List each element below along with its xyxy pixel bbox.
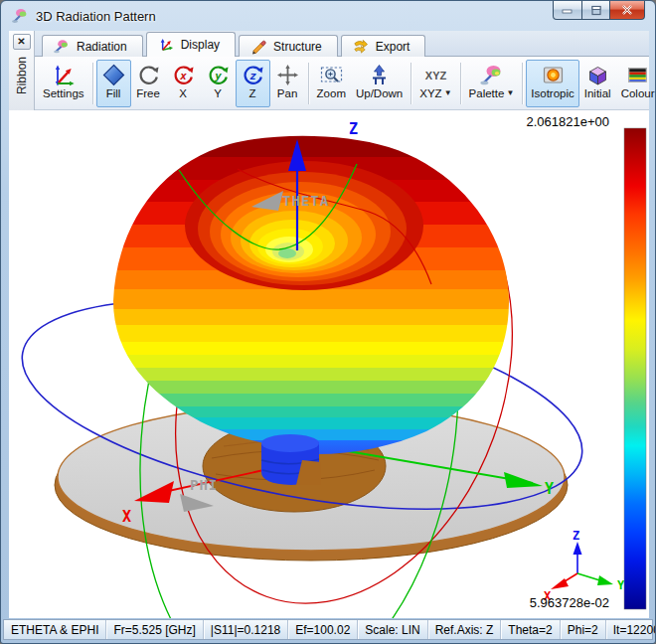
tab-label: Radiation <box>77 40 127 54</box>
palette-button[interactable]: Palette▼ <box>464 60 520 107</box>
mini-z-label: Z <box>573 529 579 543</box>
isotropic-icon <box>541 63 566 87</box>
tab-structure[interactable]: Structure <box>239 35 338 57</box>
xyz-icon: XYZ <box>423 63 448 87</box>
pattern-bottom-lobe <box>261 434 321 485</box>
pan-button[interactable]: Pan <box>270 60 305 107</box>
status-efficiency: Ef=100.02 <box>288 620 358 639</box>
maximize-icon <box>590 5 602 16</box>
status-frequency: Fr=5.525 [GHz] <box>106 620 203 639</box>
button-label: Colour <box>621 87 655 99</box>
button-label: Fill <box>106 87 121 99</box>
toolbar-separator <box>522 63 523 104</box>
rotate-y-button[interactable]: y Y <box>201 60 236 107</box>
toolbar-separator <box>460 63 461 104</box>
structure-tab-icon <box>249 38 266 55</box>
button-label: Pan <box>277 87 297 99</box>
status-field: ETHETA & EPHI <box>4 620 106 639</box>
status-bar: ETHETA & EPHI Fr=5.525 [GHz] |S11|=0.121… <box>3 619 653 640</box>
radiation-3d-viewport[interactable]: Z X Y THETA PHI Z X Y <box>9 110 649 618</box>
pan-icon <box>275 63 300 87</box>
tab-display[interactable]: Display <box>146 32 236 57</box>
initial-button[interactable]: Initial <box>579 60 616 107</box>
color-scale-bar <box>624 128 646 609</box>
button-label: Isotropic <box>531 87 574 99</box>
svg-text:x: x <box>179 70 187 82</box>
rotate-x-icon: x <box>171 63 196 87</box>
toolbar-separator <box>410 63 411 104</box>
settings-icon <box>51 63 76 87</box>
settings-button[interactable]: Settings <box>38 60 89 107</box>
free-rotate-button[interactable]: Free <box>131 60 166 107</box>
close-button[interactable] <box>610 1 645 20</box>
rotate-x-button[interactable]: x X <box>166 60 201 107</box>
status-s11: |S11|=0.1218 <box>204 620 288 639</box>
ribbon-vertical-label[interactable]: Ribbon <box>15 57 29 94</box>
tab-label: Structure <box>273 40 322 54</box>
status-phi-step: Phi=2 <box>561 620 606 639</box>
dropdown-arrow-icon: ▼ <box>444 89 452 97</box>
toolbar-separator <box>92 63 93 104</box>
initial-icon <box>585 63 610 87</box>
fill-button[interactable]: Fill <box>96 60 131 107</box>
minimize-button[interactable] <box>553 1 582 20</box>
tab-label: Export <box>376 40 410 54</box>
colour-icon <box>625 63 650 87</box>
status-theta-step: Theta=2 <box>501 620 560 639</box>
button-label: Initial <box>584 87 611 99</box>
fill-icon <box>101 63 126 87</box>
tab-strip: Radiation Display St <box>35 31 649 57</box>
button-label: Up/Down <box>356 87 403 99</box>
free-rotate-icon <box>136 63 161 87</box>
status-scale: Scale: LIN <box>358 620 427 639</box>
updown-button[interactable]: Up/Down <box>351 60 408 107</box>
button-label: XYZ▼ <box>419 87 451 99</box>
button-label: Y <box>214 87 222 99</box>
ribbon-close-button[interactable]: ✕ <box>13 34 31 50</box>
tab-radiation[interactable]: Radiation <box>42 35 143 57</box>
updown-icon <box>367 63 392 87</box>
phi-label: PHI <box>190 477 218 493</box>
button-label: Palette▼ <box>469 87 515 99</box>
maximize-button[interactable] <box>582 1 610 20</box>
scale-min-value: 5.963728e-02 <box>530 595 609 610</box>
button-label: Settings <box>43 87 84 99</box>
x-axis-label: X <box>122 508 131 526</box>
ribbon-zone: ✕ Ribbon Radiation <box>9 31 649 110</box>
app-window: 3D Radiation Pattern ✕ Ribbon <box>0 0 656 644</box>
mini-axes: Z X Y <box>544 529 625 603</box>
colour-button[interactable]: Colour <box>616 60 656 107</box>
button-label: Z <box>249 87 256 99</box>
ribbon-main: Radiation Display St <box>35 31 649 110</box>
palette-icon <box>479 63 504 87</box>
tab-label: Display <box>181 38 220 52</box>
zoom-button[interactable]: Zoom <box>312 60 351 107</box>
button-label: Zoom <box>317 87 346 99</box>
minimize-icon <box>562 6 574 15</box>
tab-export[interactable]: Export <box>341 35 426 57</box>
display-tab-icon <box>157 37 174 54</box>
export-tab-icon <box>352 38 369 55</box>
button-label: Free <box>136 87 160 99</box>
ribbon-side-tab: ✕ Ribbon <box>9 31 35 110</box>
rotate-z-icon: z <box>241 63 265 87</box>
toolbar-separator <box>308 63 309 104</box>
radiation-scene: Z X Y THETA PHI Z X Y <box>9 110 649 618</box>
dropdown-arrow-icon: ▼ <box>506 89 514 97</box>
svg-text:XYZ: XYZ <box>425 70 447 81</box>
window-controls <box>553 1 645 20</box>
app-icon <box>11 7 29 25</box>
display-toolbar: Settings Fill Free <box>35 57 649 110</box>
rotate-y-icon: y <box>206 63 231 87</box>
theta-label: THETA <box>282 193 329 209</box>
z-axis-label: Z <box>349 120 358 138</box>
status-ref-axis: Ref.Axis: Z <box>428 620 502 639</box>
svg-text:y: y <box>214 70 222 82</box>
status-iterations: It=12200 <box>606 620 656 639</box>
close-icon <box>621 5 633 15</box>
xyz-view-button[interactable]: XYZ XYZ▼ <box>414 60 456 107</box>
isotropic-button[interactable]: Isotropic <box>526 60 578 107</box>
y-axis-label: Y <box>545 480 554 498</box>
rotate-z-button[interactable]: z Z <box>236 60 270 107</box>
zoom-icon <box>319 63 344 87</box>
